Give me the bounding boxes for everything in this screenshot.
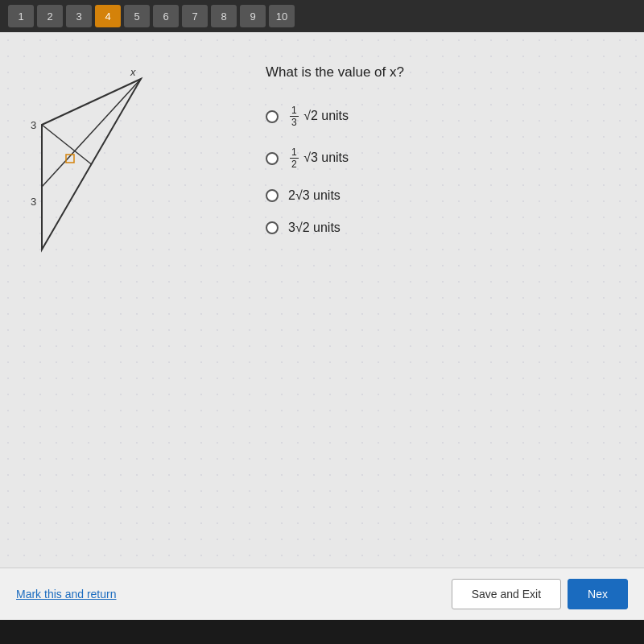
bottom-buttons: Save and Exit Nex	[452, 579, 628, 609]
radio-b[interactable]	[266, 152, 279, 165]
nav-btn-2[interactable]: 2	[37, 5, 63, 27]
radio-a[interactable]	[266, 110, 279, 123]
radio-d[interactable]	[266, 221, 279, 234]
next-button[interactable]: Nex	[568, 579, 628, 609]
bottom-bar: Mark this and return Save and Exit Nex	[0, 568, 644, 620]
nav-btn-8[interactable]: 8	[211, 5, 237, 27]
fraction-a: 1 3	[290, 105, 299, 129]
nav-btn-4[interactable]: 4	[95, 5, 121, 27]
option-c[interactable]: 2√3 units	[266, 188, 604, 203]
svg-text:3: 3	[31, 196, 36, 208]
nav-btn-6[interactable]: 6	[153, 5, 179, 27]
save-exit-button[interactable]: Save and Exit	[452, 579, 561, 609]
fraction-b: 1 2	[290, 147, 299, 171]
option-b-text: 1 2 √3 units	[288, 147, 349, 171]
mark-return-button[interactable]: Mark this and return	[16, 588, 117, 601]
option-d-text: 3√2 units	[288, 221, 341, 235]
options-list: 1 3 √2 units 1 2 √3 units	[266, 105, 604, 235]
nav-btn-3[interactable]: 3	[66, 5, 92, 27]
radio-c[interactable]	[266, 189, 279, 202]
nav-btn-5[interactable]: 5	[124, 5, 150, 27]
nav-btn-10[interactable]: 10	[269, 5, 295, 27]
option-b[interactable]: 1 2 √3 units	[266, 147, 604, 171]
option-a[interactable]: 1 3 √2 units	[266, 105, 604, 129]
svg-line-1	[42, 79, 141, 187]
bottom-strip	[0, 620, 644, 644]
nav-btn-7[interactable]: 7	[182, 5, 208, 27]
nav-bar: 1 2 3 4 5 6 7 8 9 10	[0, 0, 644, 32]
triangle-diagram: x 3 3	[24, 64, 185, 306]
main-content: x 3 3 What is the value of x? 1	[0, 32, 644, 568]
svg-text:x: x	[130, 66, 136, 78]
svg-text:3: 3	[31, 119, 36, 131]
option-c-text: 2√3 units	[288, 188, 341, 203]
option-d[interactable]: 3√2 units	[266, 221, 604, 235]
screen: 1 2 3 4 5 6 7 8 9 10	[0, 0, 644, 644]
option-a-text: 1 3 √2 units	[288, 105, 349, 129]
nav-btn-1[interactable]: 1	[8, 5, 34, 27]
question-title: What is the value of x?	[266, 64, 604, 80]
nav-btn-9[interactable]: 9	[240, 5, 266, 27]
diagram-area: x 3 3	[16, 48, 242, 551]
question-area: What is the value of x? 1 3 √2 units	[242, 48, 628, 551]
